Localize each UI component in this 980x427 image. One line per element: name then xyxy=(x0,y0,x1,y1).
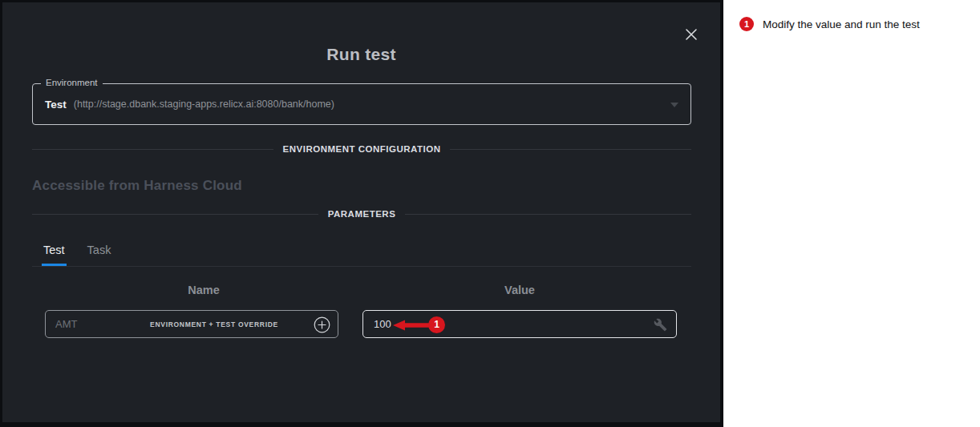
param-value-input[interactable]: 100 1 xyxy=(362,310,677,338)
param-name-text: AMT xyxy=(55,318,77,330)
instruction-text: Modify the value and run the test xyxy=(763,17,920,30)
column-header-name: Name xyxy=(152,284,256,296)
environment-select[interactable]: Environment Test (http://stage.dbank.sta… xyxy=(32,83,691,125)
close-icon xyxy=(685,28,698,41)
section-parameters: PARAMETERS xyxy=(32,208,691,220)
divider-line xyxy=(32,214,318,215)
column-header-value: Value xyxy=(468,284,572,296)
section-parameters-label: PARAMETERS xyxy=(328,209,396,219)
instruction-item: 1 Modify the value and run the test xyxy=(739,17,967,31)
divider-line xyxy=(450,149,691,150)
param-name-field[interactable]: AMT ENVIRONMENT + TEST OVERRIDE xyxy=(45,310,338,338)
annotation-badge: 1 xyxy=(428,316,445,333)
modal-backdrop: Run test Environment Test (http://stage.… xyxy=(0,0,723,427)
divider-line xyxy=(405,214,691,215)
wrench-icon xyxy=(654,318,667,332)
chevron-down-icon xyxy=(670,103,678,107)
param-value-text: 100 xyxy=(374,318,391,330)
tab-task[interactable]: Task xyxy=(86,244,113,266)
divider-line xyxy=(32,149,273,150)
tab-bar: Test Task xyxy=(32,235,691,267)
override-badge: ENVIRONMENT + TEST OVERRIDE xyxy=(150,320,278,328)
tab-test[interactable]: Test xyxy=(42,244,67,266)
screen: Run test Environment Test (http://stage.… xyxy=(0,0,980,427)
section-environment-configuration: ENVIRONMENT CONFIGURATION xyxy=(32,143,691,155)
run-test-modal: Run test Environment Test (http://stage.… xyxy=(2,2,720,422)
add-override-button[interactable] xyxy=(314,316,330,333)
plus-circle-icon xyxy=(314,316,330,333)
modal-title: Run test xyxy=(2,45,720,64)
annotation-arrow xyxy=(393,320,430,331)
cloud-access-note: Accessible from Harness Cloud xyxy=(32,178,242,194)
section-environment-configuration-label: ENVIRONMENT CONFIGURATION xyxy=(283,144,441,154)
close-button[interactable] xyxy=(682,26,700,43)
environment-label: Environment xyxy=(41,78,103,87)
value-tools-button[interactable] xyxy=(654,318,667,332)
step-number-badge: 1 xyxy=(739,17,754,31)
environment-value: Test xyxy=(45,99,67,111)
environment-url: (http://stage.dbank.staging-apps.relicx.… xyxy=(74,99,334,110)
instructions-panel: 1 Modify the value and run the test xyxy=(723,0,980,427)
